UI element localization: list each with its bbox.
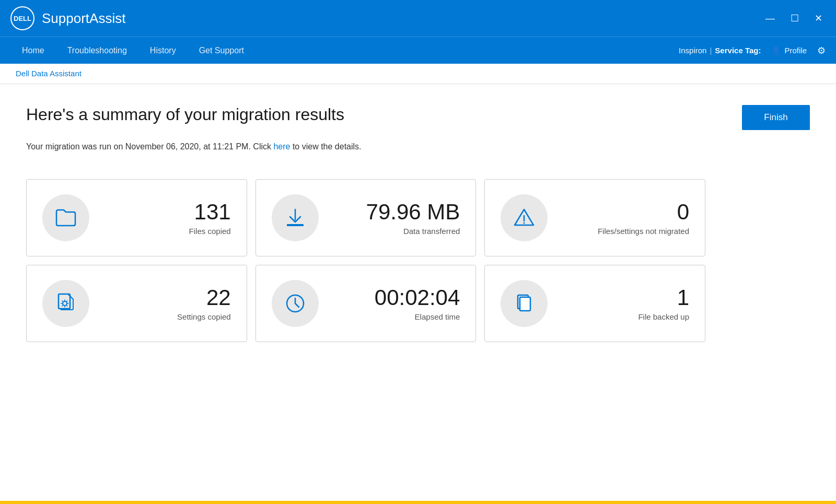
data-transferred-label: Data transferred — [331, 227, 460, 236]
breadcrumb-bar: Dell Data Assistant — [0, 64, 836, 84]
settings-copied-label: Settings copied — [102, 312, 231, 321]
svg-rect-7 — [520, 297, 530, 311]
settings-icon[interactable]: ⚙ — [817, 45, 826, 56]
finish-button[interactable]: Finish — [742, 105, 810, 130]
bottom-bar — [0, 501, 836, 504]
window-controls: — ☐ ✕ — [762, 13, 826, 24]
profile-button[interactable]: 👤 Profile — [771, 46, 807, 55]
migration-info: Your migration was run on November 06, 2… — [26, 140, 810, 153]
stat-card-not-migrated: 0 Files/settings not migrated — [484, 179, 705, 256]
page-title: Here's a summary of your migration resul… — [26, 105, 344, 124]
folder-icon — [53, 205, 78, 230]
data-transferred-info: 79.96 MB Data transferred — [331, 200, 460, 235]
file-backed-up-label: File backed up — [560, 312, 689, 321]
separator: | — [710, 46, 712, 55]
elapsed-time-label: Elapsed time — [331, 312, 460, 321]
service-tag-label: Service Tag: — [715, 46, 761, 55]
nav-troubleshooting[interactable]: Troubleshooting — [56, 39, 138, 63]
data-transferred-icon-circle — [272, 194, 319, 241]
profile-icon: 👤 — [771, 46, 781, 55]
backup-icon — [512, 291, 537, 316]
device-info: Inspiron | Service Tag: — [679, 46, 761, 55]
minimize-button[interactable]: — — [762, 13, 778, 24]
settings-copied-icon-circle — [42, 280, 89, 327]
settings-file-icon — [53, 291, 78, 316]
warning-icon — [512, 205, 537, 230]
nav-get-support[interactable]: Get Support — [188, 39, 256, 63]
files-copied-label: Files copied — [102, 227, 231, 236]
dell-logo: DELL — [10, 6, 34, 30]
not-migrated-info: 0 Files/settings not migrated — [560, 200, 689, 235]
device-name: Inspiron — [679, 46, 706, 55]
navbar: Home Troubleshooting History Get Support… — [0, 37, 836, 64]
svg-point-2 — [524, 222, 525, 224]
migration-info-suffix: to view the details. — [290, 142, 361, 151]
files-copied-info: 131 Files copied — [102, 200, 231, 235]
nav-links: Home Troubleshooting History Get Support — [10, 39, 679, 63]
elapsed-time-value: 00:02:04 — [331, 286, 460, 310]
files-copied-icon-circle — [42, 194, 89, 241]
nav-right: Inspiron | Service Tag: 👤 Profile ⚙ — [679, 45, 826, 56]
close-button[interactable]: ✕ — [811, 13, 826, 24]
elapsed-time-info: 00:02:04 Elapsed time — [331, 286, 460, 321]
stat-card-data-transferred: 79.96 MB Data transferred — [256, 179, 477, 256]
stat-card-file-backed-up: 1 File backed up — [484, 265, 705, 342]
settings-copied-info: 22 Settings copied — [102, 286, 231, 321]
app-logo-area: DELL SupportAssist — [10, 6, 762, 30]
not-migrated-icon-circle — [501, 194, 548, 241]
nav-history[interactable]: History — [138, 39, 188, 63]
app-title: SupportAssist — [42, 10, 125, 27]
main-content: Here's a summary of your migration resul… — [0, 84, 836, 502]
migration-info-prefix: Your migration was run on November 06, 2… — [26, 142, 273, 151]
stat-card-settings-copied: 22 Settings copied — [26, 265, 247, 342]
file-backed-up-icon-circle — [501, 280, 548, 327]
data-transferred-value: 79.96 MB — [331, 200, 460, 224]
migration-details-link[interactable]: here — [273, 142, 290, 151]
not-migrated-value: 0 — [560, 200, 689, 224]
stat-card-files-copied: 131 Files copied — [26, 179, 247, 256]
file-backed-up-value: 1 — [560, 286, 689, 310]
profile-label: Profile — [784, 46, 807, 55]
breadcrumb[interactable]: Dell Data Assistant — [16, 69, 82, 78]
clock-icon — [283, 291, 308, 316]
page-header: Here's a summary of your migration resul… — [26, 105, 810, 130]
titlebar: DELL SupportAssist — ☐ ✕ — [0, 0, 836, 37]
not-migrated-label: Files/settings not migrated — [560, 227, 689, 236]
stat-card-elapsed-time: 00:02:04 Elapsed time — [256, 265, 477, 342]
settings-copied-value: 22 — [102, 286, 231, 310]
maximize-button[interactable]: ☐ — [787, 13, 802, 24]
elapsed-time-icon-circle — [272, 280, 319, 327]
svg-rect-0 — [287, 224, 304, 226]
stats-grid: 131 Files copied 79.96 MB Data transferr… — [26, 179, 705, 342]
files-copied-value: 131 — [102, 200, 231, 224]
download-icon — [283, 205, 308, 230]
nav-home[interactable]: Home — [10, 39, 56, 63]
file-backed-up-info: 1 File backed up — [560, 286, 689, 321]
